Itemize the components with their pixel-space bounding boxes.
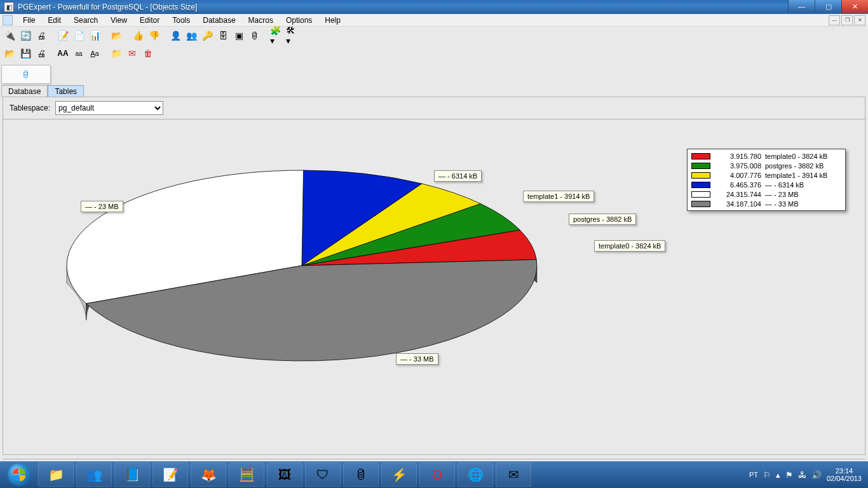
legend-row: 3.915.780template0 - 3824 kB <box>691 151 841 161</box>
print-icon[interactable]: 🖨 <box>34 29 48 43</box>
rollback-icon[interactable]: 👎 <box>147 29 161 43</box>
menu-help[interactable]: Help <box>318 15 347 26</box>
taskbar-image-icon[interactable]: 🖼 <box>267 463 302 487</box>
taskbar-firefox-icon[interactable]: 🦊 <box>191 463 226 487</box>
taskbar-delphi-icon[interactable]: 🛡 <box>305 463 341 487</box>
sql-editor-icon[interactable]: 📄 <box>72 29 86 43</box>
slice-label-db5: — - 23 MB <box>81 201 123 212</box>
pie-chart-svg <box>54 145 626 412</box>
save-icon[interactable]: 💾 <box>18 46 32 60</box>
clear-icon[interactable]: 🗑 <box>141 46 155 60</box>
tray-flag-icon[interactable]: ⚑ <box>785 470 793 480</box>
commit-icon[interactable]: 👍 <box>131 29 145 43</box>
tablespace-select[interactable]: pg_default <box>55 101 163 115</box>
tab-tables[interactable]: Tables <box>48 85 84 97</box>
tablespace-icon[interactable]: 🗄 <box>216 29 230 43</box>
taskbar-notepad-icon[interactable]: 📝 <box>153 463 188 487</box>
window-maximize-button[interactable]: ▢ <box>815 0 841 13</box>
tray-action-center-icon[interactable]: ⚐ <box>763 470 771 480</box>
tray-network-icon[interactable]: 🖧 <box>798 470 806 480</box>
folder-icon[interactable]: 📁 <box>109 46 123 60</box>
tray-clock[interactable]: 23:14 02/04/2013 <box>827 467 862 482</box>
tools-dropdown-icon[interactable]: 🛠▾ <box>285 29 299 43</box>
legend-bytes: 34.187.104 <box>714 200 761 208</box>
connection-bar: 🛢 <box>0 62 868 84</box>
window-titlebar: ◧ PGExpert - Powerfull for PostgreSQL - … <box>0 0 868 14</box>
taskbar-winamp-icon[interactable]: ⚡ <box>381 463 417 487</box>
taskbar-editor-icon[interactable]: 📘 <box>114 463 150 487</box>
font-bigger-icon[interactable]: AA <box>56 46 70 60</box>
new-connection-icon[interactable]: 🔌 <box>3 29 17 43</box>
windows-logo-icon <box>8 463 31 486</box>
legend-swatch <box>691 182 710 188</box>
taskbar-messenger-icon[interactable]: 👥 <box>76 463 112 487</box>
connection-chip[interactable]: 🛢 <box>1 65 51 84</box>
legend-row: 6.465.376— - 6314 kB <box>691 180 841 189</box>
menu-file[interactable]: File <box>17 15 41 26</box>
slice-label-template0: template0 - 3824 kB <box>594 240 665 252</box>
mdi-close-button[interactable]: ✕ <box>854 15 865 25</box>
database-icon[interactable]: 🛢 <box>248 29 262 43</box>
menu-edit[interactable]: Edit <box>41 15 67 26</box>
system-tray: PT ⚐ ▴ ⚑ 🖧 🔊 23:14 02/04/2013 <box>749 467 865 482</box>
users-icon[interactable]: 👤 <box>168 29 182 43</box>
menu-tools[interactable]: Tools <box>166 15 196 26</box>
slice-label-db6: — - 33 MB <box>396 353 438 365</box>
start-button[interactable] <box>3 463 36 487</box>
font-smaller-icon[interactable]: aa <box>72 46 86 60</box>
table-editor-icon[interactable]: 📊 <box>88 29 102 43</box>
legend-row: 24.315.744— - 23 MB <box>691 189 841 199</box>
refresh-icon[interactable]: 🔄 <box>18 29 32 43</box>
window-minimize-button[interactable]: — <box>788 0 815 13</box>
content-panel: Tablespace: pg_default template0 - 3824 … <box>3 97 865 455</box>
taskbar-thunderbird-icon[interactable]: ✉ <box>496 463 531 487</box>
legend-bytes: 6.465.376 <box>714 181 761 189</box>
legend-swatch <box>691 163 710 169</box>
tray-date: 02/04/2013 <box>827 475 862 482</box>
font-case-icon[interactable]: Aa <box>88 46 102 60</box>
legend-label: template0 - 3824 kB <box>765 152 841 160</box>
app-menu-icon <box>3 15 13 25</box>
delete-mail-icon[interactable]: ✉ <box>125 46 139 60</box>
legend-label: — - 23 MB <box>765 191 841 198</box>
menu-bar: File Edit Search View Editor Tools Datab… <box>0 14 868 27</box>
schema-icon[interactable]: ▣ <box>232 29 246 43</box>
extensions-dropdown-icon[interactable]: 🧩▾ <box>269 29 283 43</box>
toolbar-secondary: 📂 💾 🖨 AA aa Aa 📁 ✉ 🗑 <box>0 44 868 62</box>
tray-language[interactable]: PT <box>749 471 758 478</box>
new-sql-icon[interactable]: 📝 <box>56 29 70 43</box>
grants-icon[interactable]: 🔑 <box>200 29 214 43</box>
menu-search[interactable]: Search <box>67 15 104 26</box>
legend-bytes: 3.915.780 <box>714 152 761 160</box>
window-close-button[interactable]: ✕ <box>841 0 868 13</box>
mdi-minimize-button[interactable]: — <box>829 15 840 25</box>
slice-label-db4: — - 6314 kB <box>434 170 482 182</box>
tab-database[interactable]: Database <box>1 85 48 97</box>
legend-label: postgres - 3882 kB <box>765 162 841 170</box>
menu-view[interactable]: View <box>104 15 133 26</box>
menu-options[interactable]: Options <box>280 15 318 26</box>
taskbar-pgexpert-icon[interactable]: 🛢 <box>343 463 379 487</box>
menu-database[interactable]: Database <box>196 15 241 26</box>
taskbar-opera-icon[interactable]: O <box>419 463 455 487</box>
menu-macros[interactable]: Macros <box>242 15 280 26</box>
print-icon-2[interactable]: 🖨 <box>34 46 48 60</box>
open-file-icon[interactable]: 📂 <box>3 46 17 60</box>
mdi-restore-button[interactable]: ❐ <box>841 15 853 25</box>
taskbar-calc-icon[interactable]: 🧮 <box>229 463 264 487</box>
legend-swatch <box>691 153 710 159</box>
taskbar-chrome-icon[interactable]: 🌐 <box>458 463 493 487</box>
legend-label: — - 6314 kB <box>765 181 841 189</box>
legend-row: 4.007.776template1 - 3914 kB <box>691 170 841 180</box>
chart-legend: 3.915.780template0 - 3824 kB 3.975.008po… <box>687 149 846 211</box>
taskbar-explorer-icon[interactable]: 📁 <box>38 463 74 487</box>
open-folder-icon[interactable]: 📂 <box>109 29 123 43</box>
tray-volume-icon[interactable]: 🔊 <box>811 470 822 480</box>
tray-chevron-icon[interactable]: ▴ <box>776 470 780 480</box>
legend-swatch <box>691 191 710 198</box>
slice-label-template1: template1 - 3914 kB <box>523 191 594 202</box>
legend-label: template1 - 3914 kB <box>765 172 841 179</box>
pie-chart: template0 - 3824 kB postgres - 3882 kB t… <box>3 119 865 454</box>
groups-icon[interactable]: 👥 <box>184 29 198 43</box>
menu-editor[interactable]: Editor <box>133 15 166 26</box>
